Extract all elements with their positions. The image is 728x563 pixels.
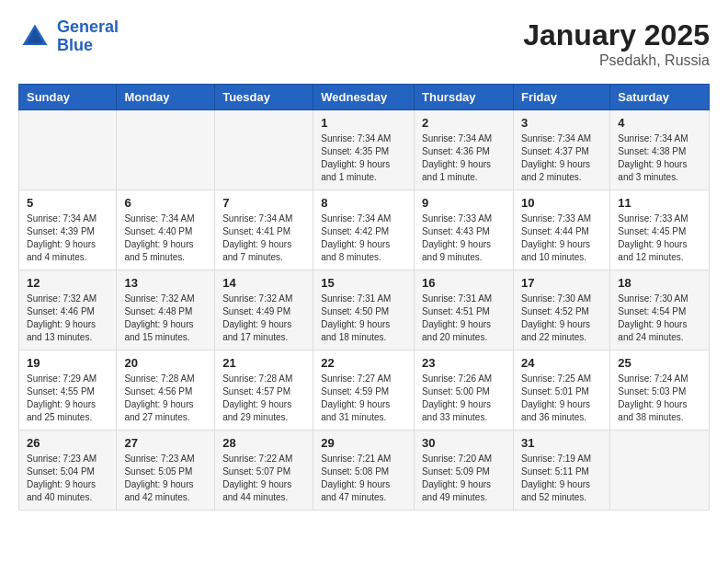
- week-row-3: 12Sunrise: 7:32 AM Sunset: 4:46 PM Dayli…: [19, 270, 710, 350]
- cell-week4-day6: 25Sunrise: 7:24 AM Sunset: 5:03 PM Dayli…: [610, 350, 710, 431]
- day-number: 29: [321, 436, 406, 450]
- title-block: January 2025 Psedakh, Russia: [523, 18, 710, 69]
- page-header: General Blue January 2025 Psedakh, Russi…: [18, 18, 710, 69]
- day-number: 1: [321, 116, 406, 130]
- calendar-subtitle: Psedakh, Russia: [523, 52, 710, 69]
- cell-content: Sunrise: 7:34 AM Sunset: 4:42 PM Dayligh…: [321, 213, 406, 264]
- cell-content: Sunrise: 7:25 AM Sunset: 5:01 PM Dayligh…: [521, 373, 602, 424]
- cell-content: Sunrise: 7:34 AM Sunset: 4:38 PM Dayligh…: [618, 132, 701, 184]
- day-number: 22: [321, 356, 406, 370]
- cell-content: Sunrise: 7:34 AM Sunset: 4:36 PM Dayligh…: [422, 132, 506, 184]
- cell-week3-day2: 14Sunrise: 7:32 AM Sunset: 4:49 PM Dayli…: [215, 270, 313, 350]
- day-number: 15: [321, 276, 406, 290]
- header-wednesday: Wednesday: [313, 85, 415, 110]
- cell-week5-day3: 29Sunrise: 7:21 AM Sunset: 5:08 PM Dayli…: [313, 431, 415, 511]
- cell-week1-day2: [215, 110, 313, 190]
- cell-content: Sunrise: 7:34 AM Sunset: 4:37 PM Dayligh…: [521, 132, 602, 184]
- week-row-1: 1Sunrise: 7:34 AM Sunset: 4:35 PM Daylig…: [19, 110, 710, 190]
- cell-week2-day5: 10Sunrise: 7:33 AM Sunset: 4:44 PM Dayli…: [513, 190, 609, 270]
- logo-line2: Blue: [57, 36, 93, 54]
- cell-content: Sunrise: 7:30 AM Sunset: 4:52 PM Dayligh…: [521, 293, 602, 344]
- day-number: 23: [422, 356, 506, 370]
- cell-content: Sunrise: 7:24 AM Sunset: 5:03 PM Dayligh…: [618, 373, 701, 424]
- cell-week1-day6: 4Sunrise: 7:34 AM Sunset: 4:38 PM Daylig…: [610, 110, 710, 190]
- cell-content: Sunrise: 7:31 AM Sunset: 4:50 PM Dayligh…: [321, 293, 406, 344]
- cell-week3-day6: 18Sunrise: 7:30 AM Sunset: 4:54 PM Dayli…: [610, 270, 710, 350]
- logo-text: General Blue: [57, 18, 119, 55]
- cell-week1-day4: 2Sunrise: 7:34 AM Sunset: 4:36 PM Daylig…: [415, 110, 514, 190]
- logo-icon: [18, 20, 51, 53]
- cell-content: Sunrise: 7:34 AM Sunset: 4:40 PM Dayligh…: [124, 213, 207, 264]
- day-number: 2: [422, 116, 506, 130]
- cell-week4-day4: 23Sunrise: 7:26 AM Sunset: 5:00 PM Dayli…: [415, 350, 514, 431]
- cell-week2-day1: 6Sunrise: 7:34 AM Sunset: 4:40 PM Daylig…: [117, 190, 215, 270]
- cell-week4-day2: 21Sunrise: 7:28 AM Sunset: 4:57 PM Dayli…: [215, 350, 313, 431]
- day-number: 5: [27, 196, 108, 210]
- cell-week2-day4: 9Sunrise: 7:33 AM Sunset: 4:43 PM Daylig…: [415, 190, 514, 270]
- cell-content: Sunrise: 7:28 AM Sunset: 4:57 PM Dayligh…: [222, 373, 305, 424]
- cell-week5-day1: 27Sunrise: 7:23 AM Sunset: 5:05 PM Dayli…: [117, 431, 215, 511]
- calendar-table: SundayMondayTuesdayWednesdayThursdayFrid…: [18, 84, 710, 511]
- calendar-header: SundayMondayTuesdayWednesdayThursdayFrid…: [19, 85, 710, 110]
- day-number: 21: [222, 356, 305, 370]
- day-number: 27: [124, 436, 207, 450]
- day-number: 13: [124, 276, 207, 290]
- day-number: 31: [521, 436, 602, 450]
- cell-content: Sunrise: 7:23 AM Sunset: 5:04 PM Dayligh…: [27, 453, 108, 504]
- day-number: 10: [521, 196, 602, 210]
- cell-content: Sunrise: 7:31 AM Sunset: 4:51 PM Dayligh…: [422, 293, 506, 344]
- cell-content: Sunrise: 7:23 AM Sunset: 5:05 PM Dayligh…: [124, 453, 207, 504]
- cell-week5-day6: [610, 431, 710, 511]
- cell-week1-day1: [117, 110, 215, 190]
- cell-content: Sunrise: 7:34 AM Sunset: 4:39 PM Dayligh…: [27, 213, 108, 264]
- cell-content: Sunrise: 7:30 AM Sunset: 4:54 PM Dayligh…: [618, 293, 701, 344]
- cell-week5-day5: 31Sunrise: 7:19 AM Sunset: 5:11 PM Dayli…: [513, 431, 609, 511]
- cell-content: Sunrise: 7:32 AM Sunset: 4:46 PM Dayligh…: [27, 293, 108, 344]
- cell-week3-day4: 16Sunrise: 7:31 AM Sunset: 4:51 PM Dayli…: [415, 270, 514, 350]
- day-number: 3: [521, 116, 602, 130]
- cell-content: Sunrise: 7:34 AM Sunset: 4:35 PM Dayligh…: [321, 132, 406, 184]
- day-number: 9: [422, 196, 506, 210]
- cell-content: Sunrise: 7:20 AM Sunset: 5:09 PM Dayligh…: [422, 453, 506, 504]
- cell-content: Sunrise: 7:33 AM Sunset: 4:44 PM Dayligh…: [521, 213, 602, 264]
- day-number: 17: [521, 276, 602, 290]
- calendar-body: 1Sunrise: 7:34 AM Sunset: 4:35 PM Daylig…: [19, 110, 710, 511]
- cell-content: Sunrise: 7:22 AM Sunset: 5:07 PM Dayligh…: [222, 453, 305, 504]
- day-number: 19: [27, 356, 108, 370]
- cell-week4-day1: 20Sunrise: 7:28 AM Sunset: 4:56 PM Dayli…: [117, 350, 215, 431]
- week-row-2: 5Sunrise: 7:34 AM Sunset: 4:39 PM Daylig…: [19, 190, 710, 270]
- calendar-title: January 2025: [523, 18, 710, 52]
- cell-content: Sunrise: 7:33 AM Sunset: 4:43 PM Dayligh…: [422, 213, 506, 264]
- day-number: 8: [321, 196, 406, 210]
- day-number: 11: [618, 196, 701, 210]
- day-number: 14: [222, 276, 305, 290]
- cell-week4-day0: 19Sunrise: 7:29 AM Sunset: 4:55 PM Dayli…: [19, 350, 117, 431]
- cell-week5-day4: 30Sunrise: 7:20 AM Sunset: 5:09 PM Dayli…: [415, 431, 514, 511]
- logo-line1: General: [57, 17, 119, 36]
- cell-week2-day6: 11Sunrise: 7:33 AM Sunset: 4:45 PM Dayli…: [610, 190, 710, 270]
- day-number: 24: [521, 356, 602, 370]
- week-row-5: 26Sunrise: 7:23 AM Sunset: 5:04 PM Dayli…: [19, 431, 710, 511]
- day-number: 12: [27, 276, 108, 290]
- logo: General Blue: [18, 18, 119, 55]
- day-number: 18: [618, 276, 701, 290]
- cell-content: Sunrise: 7:32 AM Sunset: 4:49 PM Dayligh…: [222, 293, 305, 344]
- cell-week3-day1: 13Sunrise: 7:32 AM Sunset: 4:48 PM Dayli…: [117, 270, 215, 350]
- cell-week3-day0: 12Sunrise: 7:32 AM Sunset: 4:46 PM Dayli…: [19, 270, 117, 350]
- day-number: 28: [222, 436, 305, 450]
- header-monday: Monday: [117, 85, 215, 110]
- cell-content: Sunrise: 7:33 AM Sunset: 4:45 PM Dayligh…: [618, 213, 701, 264]
- cell-content: Sunrise: 7:21 AM Sunset: 5:08 PM Dayligh…: [321, 453, 406, 504]
- day-number: 25: [618, 356, 701, 370]
- header-row: SundayMondayTuesdayWednesdayThursdayFrid…: [19, 85, 710, 110]
- cell-week5-day2: 28Sunrise: 7:22 AM Sunset: 5:07 PM Dayli…: [215, 431, 313, 511]
- day-number: 7: [222, 196, 305, 210]
- day-number: 4: [618, 116, 701, 130]
- cell-week3-day5: 17Sunrise: 7:30 AM Sunset: 4:52 PM Dayli…: [513, 270, 609, 350]
- week-row-4: 19Sunrise: 7:29 AM Sunset: 4:55 PM Dayli…: [19, 350, 710, 431]
- cell-week2-day3: 8Sunrise: 7:34 AM Sunset: 4:42 PM Daylig…: [313, 190, 415, 270]
- header-thursday: Thursday: [415, 85, 514, 110]
- day-number: 30: [422, 436, 506, 450]
- cell-content: Sunrise: 7:29 AM Sunset: 4:55 PM Dayligh…: [27, 373, 108, 424]
- cell-week2-day2: 7Sunrise: 7:34 AM Sunset: 4:41 PM Daylig…: [215, 190, 313, 270]
